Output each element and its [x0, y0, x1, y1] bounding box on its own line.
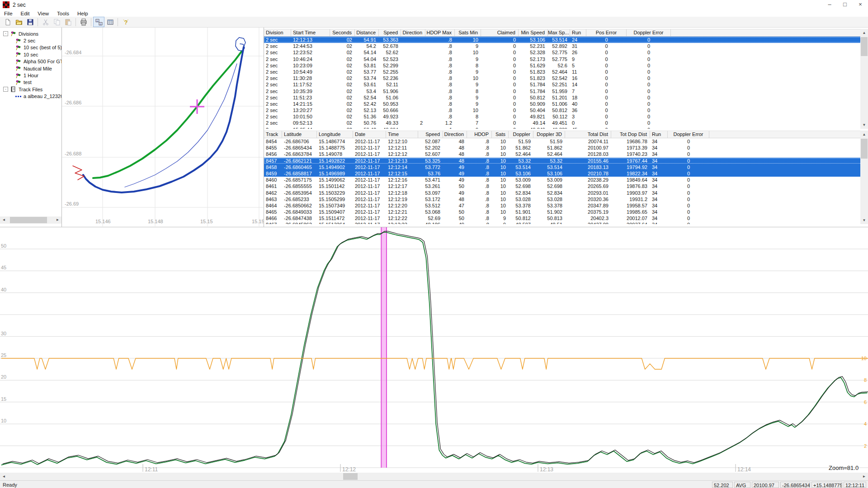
- graph-horizontal-scrollbar[interactable]: ◄ ►: [0, 473, 868, 480]
- menu-tools[interactable]: Tools: [53, 11, 73, 16]
- table-row[interactable]: 8460-26.685717515.14990622012-11-1712:12…: [264, 177, 868, 183]
- tree-item-10-sec-best-of-5[interactable]: 10 sec (best of 5): [0, 44, 62, 51]
- table-row[interactable]: 2 sec14:21:150252.4250.953.89050.90951.0…: [264, 101, 868, 107]
- save-file-button[interactable]: [24, 17, 36, 27]
- column-header-longitude[interactable]: Longitude: [317, 131, 353, 138]
- table-row[interactable]: 8454-26.68670615.14867742012-11-1712:12:…: [264, 138, 868, 145]
- column-header-max-sp[interactable]: Max Sp...: [548, 29, 570, 36]
- table-row[interactable]: 2 sec10:23:090253.8152.299.88051.62952.6…: [264, 62, 868, 69]
- column-header-sats-min[interactable]: Sats Min: [455, 29, 481, 36]
- column-header-doppler[interactable]: Doppler: [509, 131, 533, 138]
- tree-group-track-files[interactable]: -Track Files: [0, 86, 62, 93]
- table-row[interactable]: 8457-26.686212115.14928222012-11-1712:12…: [264, 158, 868, 164]
- table-row[interactable]: 8466-26.684743815.15114722012-11-1712:12…: [264, 215, 868, 221]
- column-header-claimed[interactable]: Claimed: [481, 29, 519, 36]
- table-row[interactable]: 8462-26.685395415.15032292012-11-1712:12…: [264, 190, 868, 196]
- column-header-speed[interactable]: Speed: [379, 29, 401, 36]
- table-row[interactable]: 2 sec12:23:520254.1452.62.810052.32852.7…: [264, 49, 868, 56]
- table-view-button[interactable]: [104, 17, 116, 27]
- track-map-panel[interactable]: -26.684-26.686-26.688-26.6915.14615.1481…: [62, 28, 264, 227]
- column-header-doppler-error[interactable]: Doppler Error: [668, 131, 709, 138]
- column-header-direction[interactable]: Direction: [443, 131, 467, 138]
- cut-button[interactable]: [40, 17, 51, 27]
- table-row[interactable]: 2 sec11:17:520253.6152.11.89051.78452.25…: [264, 81, 868, 88]
- table-row[interactable]: 2 sec11:30:280253.7452.236.810051.82352.…: [264, 75, 868, 81]
- open-file-button[interactable]: [13, 17, 24, 27]
- scrollbar-thumb[interactable]: [343, 473, 358, 480]
- menu-edit[interactable]: Edit: [17, 11, 34, 16]
- table-row[interactable]: 8461-26.685555515.15011422012-11-1712:12…: [264, 183, 868, 189]
- menu-view[interactable]: View: [33, 11, 53, 16]
- table-row[interactable]: 8465-26.684903315.15094072012-11-1712:12…: [264, 209, 868, 215]
- table-row[interactable]: 2 sec11:51:230252.5451.06.89050.81251.20…: [264, 94, 868, 101]
- table-row[interactable]: 2 sec15:05:440250.4249.00419049.84949.33…: [264, 127, 868, 129]
- column-header-hdop-max[interactable]: HDOP Max: [425, 29, 455, 36]
- maximize-button[interactable]: □: [837, 0, 853, 9]
- table-row[interactable]: 8463-26.68523315.15052992012-11-1712:12:…: [264, 196, 868, 202]
- menu-help[interactable]: Help: [73, 11, 92, 16]
- print-button[interactable]: [78, 17, 89, 27]
- column-header-doppler-3d[interactable]: Doppler 3D: [533, 131, 565, 138]
- table-row[interactable]: 2 sec09:52:130250.7649.3321.27049.1449.4…: [264, 120, 868, 126]
- table-row[interactable]: 2 sec13:20:270252.1350.666.810050.40450.…: [264, 107, 868, 113]
- table-row[interactable]: 8467-26.684586215.15132642012-11-1712:12…: [264, 221, 868, 224]
- table-row[interactable]: 2 sec10:35:390253.451.906.88051.78451.95…: [264, 88, 868, 94]
- column-header-sats[interactable]: Sats: [492, 131, 509, 138]
- column-header-division[interactable]: Division: [264, 29, 291, 36]
- track-table-scrollbar[interactable]: ▲ ▼: [860, 131, 868, 224]
- scrollbar-thumb[interactable]: [10, 217, 47, 223]
- tree-group-divisions[interactable]: -Divisions: [0, 30, 62, 37]
- division-table-scrollbar[interactable]: ▲ ▼: [860, 29, 868, 129]
- column-header-total-dist[interactable]: Total Dist: [565, 131, 611, 138]
- column-header-speed[interactable]: Speed: [418, 131, 443, 138]
- scroll-up-icon[interactable]: ▲: [860, 29, 868, 37]
- column-header-date[interactable]: Date: [353, 131, 386, 138]
- speed-graph-panel[interactable]: 12:1112:1212:1312:1450454030252015101086…: [0, 227, 868, 473]
- table-row[interactable]: 8458-26.686046515.14949022012-11-1712:12…: [264, 164, 868, 170]
- help-button[interactable]: ?: [120, 17, 131, 27]
- tree-item-nautical-mile[interactable]: Nautical Mile: [0, 65, 62, 72]
- tree-item-2-sec[interactable]: 2 sec: [0, 37, 62, 44]
- close-button[interactable]: ×: [853, 0, 868, 9]
- menu-file[interactable]: File: [0, 11, 17, 16]
- tree-item-test[interactable]: test: [0, 79, 62, 86]
- table-row[interactable]: 2 sec10:46:240254.0452.523.89052.17352.7…: [264, 56, 868, 62]
- table-row[interactable]: 2 sec12:44:530254.252.678.89052.23152.89…: [264, 43, 868, 49]
- collapse-icon[interactable]: -: [3, 31, 8, 36]
- tree-horizontal-scrollbar[interactable]: ◄ ►: [0, 216, 61, 224]
- column-header-run[interactable]: Run: [570, 29, 586, 36]
- table-row[interactable]: 2 sec12:12:130254.9153.363.810053.10653.…: [264, 37, 868, 43]
- column-header-min-speed[interactable]: Min Speed: [519, 29, 548, 36]
- new-file-button[interactable]: [2, 17, 13, 27]
- column-header-pos-error[interactable]: Pos Error: [586, 29, 627, 36]
- scrollbar-thumb[interactable]: [861, 37, 868, 56]
- scroll-up-icon[interactable]: ▲: [860, 131, 868, 138]
- column-header-seconds[interactable]: Seconds: [330, 29, 355, 36]
- column-header-doppler-error[interactable]: Doppler Error: [627, 29, 671, 36]
- scroll-down-icon[interactable]: ▼: [860, 216, 868, 224]
- column-header-start-time[interactable]: Start Time: [291, 29, 330, 36]
- table-row[interactable]: 8455-26.686543415.14887752012-11-1712:12…: [264, 145, 868, 151]
- table-row[interactable]: 2 sec10:01:500251.3649.923.88049.82150.1…: [264, 113, 868, 120]
- table-row[interactable]: 8459-26.685881715.14969892012-11-1712:12…: [264, 170, 868, 177]
- paste-button[interactable]: [62, 17, 74, 27]
- copy-button[interactable]: [51, 17, 62, 27]
- column-header-hdop[interactable]: HDOP: [467, 131, 492, 138]
- column-header-tot-dop-dist[interactable]: Tot Dop Dist: [611, 131, 650, 138]
- table-row[interactable]: 8456-26.686378415.1490782012-11-1712:12:…: [264, 151, 868, 157]
- collapse-icon[interactable]: -: [3, 87, 8, 92]
- scroll-right-icon[interactable]: ►: [54, 216, 61, 224]
- minimize-button[interactable]: –: [822, 0, 837, 9]
- tree-item-a-albeau-2-123200[interactable]: a albeau 2_123200: [0, 93, 62, 100]
- column-header-latitude[interactable]: Latitude: [282, 131, 317, 138]
- column-header-direction[interactable]: Direction: [401, 29, 425, 36]
- tree-item-1-hour[interactable]: 1 Hour: [0, 72, 62, 79]
- scroll-right-icon[interactable]: ►: [860, 473, 868, 480]
- split-view-button[interactable]: DD: [93, 17, 104, 27]
- table-row[interactable]: 2 sec10:54:490253.7752.255.89051.82352.4…: [264, 69, 868, 75]
- scroll-left-icon[interactable]: ◄: [0, 473, 8, 480]
- tree-item-alpha-500-for-gt[interactable]: Alpha 500 For GT:: [0, 58, 62, 65]
- column-header-time[interactable]: Time: [386, 131, 418, 138]
- column-header-track[interactable]: Track: [264, 131, 282, 138]
- scroll-down-icon[interactable]: ▼: [860, 121, 868, 129]
